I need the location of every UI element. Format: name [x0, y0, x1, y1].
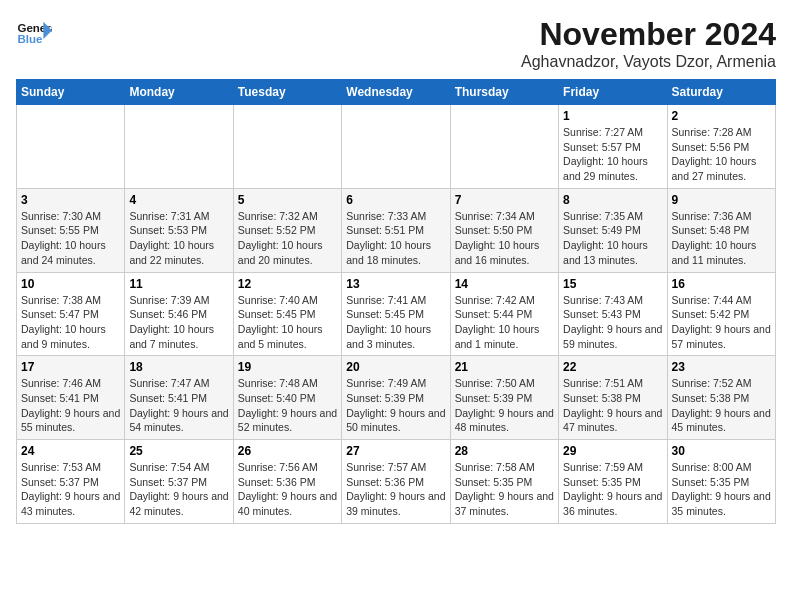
- calendar-day-cell: 21Sunrise: 7:50 AM Sunset: 5:39 PM Dayli…: [450, 356, 558, 440]
- calendar-body: 1Sunrise: 7:27 AM Sunset: 5:57 PM Daylig…: [17, 105, 776, 524]
- day-number: 10: [21, 277, 120, 291]
- calendar-day-cell: [450, 105, 558, 189]
- day-info: Sunrise: 7:27 AM Sunset: 5:57 PM Dayligh…: [563, 125, 662, 184]
- day-info: Sunrise: 7:58 AM Sunset: 5:35 PM Dayligh…: [455, 460, 554, 519]
- day-info: Sunrise: 7:31 AM Sunset: 5:53 PM Dayligh…: [129, 209, 228, 268]
- day-number: 26: [238, 444, 337, 458]
- day-number: 7: [455, 193, 554, 207]
- calendar-day-cell: [342, 105, 450, 189]
- weekday-header-cell: Monday: [125, 80, 233, 105]
- calendar-day-cell: 17Sunrise: 7:46 AM Sunset: 5:41 PM Dayli…: [17, 356, 125, 440]
- calendar-week-row: 1Sunrise: 7:27 AM Sunset: 5:57 PM Daylig…: [17, 105, 776, 189]
- day-number: 13: [346, 277, 445, 291]
- calendar-day-cell: 16Sunrise: 7:44 AM Sunset: 5:42 PM Dayli…: [667, 272, 775, 356]
- calendar-day-cell: 15Sunrise: 7:43 AM Sunset: 5:43 PM Dayli…: [559, 272, 667, 356]
- calendar-day-cell: 24Sunrise: 7:53 AM Sunset: 5:37 PM Dayli…: [17, 440, 125, 524]
- calendar-day-cell: 2Sunrise: 7:28 AM Sunset: 5:56 PM Daylig…: [667, 105, 775, 189]
- calendar-day-cell: 1Sunrise: 7:27 AM Sunset: 5:57 PM Daylig…: [559, 105, 667, 189]
- calendar-week-row: 10Sunrise: 7:38 AM Sunset: 5:47 PM Dayli…: [17, 272, 776, 356]
- day-number: 8: [563, 193, 662, 207]
- calendar-day-cell: 4Sunrise: 7:31 AM Sunset: 5:53 PM Daylig…: [125, 188, 233, 272]
- calendar-day-cell: 6Sunrise: 7:33 AM Sunset: 5:51 PM Daylig…: [342, 188, 450, 272]
- day-number: 23: [672, 360, 771, 374]
- day-info: Sunrise: 7:49 AM Sunset: 5:39 PM Dayligh…: [346, 376, 445, 435]
- calendar-day-cell: 5Sunrise: 7:32 AM Sunset: 5:52 PM Daylig…: [233, 188, 341, 272]
- day-number: 30: [672, 444, 771, 458]
- calendar-day-cell: 25Sunrise: 7:54 AM Sunset: 5:37 PM Dayli…: [125, 440, 233, 524]
- calendar-day-cell: 28Sunrise: 7:58 AM Sunset: 5:35 PM Dayli…: [450, 440, 558, 524]
- calendar-day-cell: [17, 105, 125, 189]
- day-info: Sunrise: 8:00 AM Sunset: 5:35 PM Dayligh…: [672, 460, 771, 519]
- day-number: 18: [129, 360, 228, 374]
- calendar-day-cell: 27Sunrise: 7:57 AM Sunset: 5:36 PM Dayli…: [342, 440, 450, 524]
- calendar-day-cell: 8Sunrise: 7:35 AM Sunset: 5:49 PM Daylig…: [559, 188, 667, 272]
- svg-text:Blue: Blue: [17, 33, 43, 45]
- calendar: SundayMondayTuesdayWednesdayThursdayFrid…: [16, 79, 776, 524]
- calendar-day-cell: 12Sunrise: 7:40 AM Sunset: 5:45 PM Dayli…: [233, 272, 341, 356]
- day-info: Sunrise: 7:34 AM Sunset: 5:50 PM Dayligh…: [455, 209, 554, 268]
- day-info: Sunrise: 7:28 AM Sunset: 5:56 PM Dayligh…: [672, 125, 771, 184]
- weekday-header-row: SundayMondayTuesdayWednesdayThursdayFrid…: [17, 80, 776, 105]
- day-number: 27: [346, 444, 445, 458]
- calendar-day-cell: 18Sunrise: 7:47 AM Sunset: 5:41 PM Dayli…: [125, 356, 233, 440]
- day-info: Sunrise: 7:40 AM Sunset: 5:45 PM Dayligh…: [238, 293, 337, 352]
- calendar-day-cell: 11Sunrise: 7:39 AM Sunset: 5:46 PM Dayli…: [125, 272, 233, 356]
- day-number: 5: [238, 193, 337, 207]
- weekday-header-cell: Thursday: [450, 80, 558, 105]
- day-number: 19: [238, 360, 337, 374]
- day-number: 2: [672, 109, 771, 123]
- calendar-day-cell: 30Sunrise: 8:00 AM Sunset: 5:35 PM Dayli…: [667, 440, 775, 524]
- weekday-header-cell: Saturday: [667, 80, 775, 105]
- day-info: Sunrise: 7:30 AM Sunset: 5:55 PM Dayligh…: [21, 209, 120, 268]
- calendar-day-cell: 23Sunrise: 7:52 AM Sunset: 5:38 PM Dayli…: [667, 356, 775, 440]
- weekday-header-cell: Sunday: [17, 80, 125, 105]
- calendar-day-cell: 7Sunrise: 7:34 AM Sunset: 5:50 PM Daylig…: [450, 188, 558, 272]
- day-info: Sunrise: 7:33 AM Sunset: 5:51 PM Dayligh…: [346, 209, 445, 268]
- calendar-day-cell: 19Sunrise: 7:48 AM Sunset: 5:40 PM Dayli…: [233, 356, 341, 440]
- day-number: 14: [455, 277, 554, 291]
- day-info: Sunrise: 7:41 AM Sunset: 5:45 PM Dayligh…: [346, 293, 445, 352]
- calendar-day-cell: [233, 105, 341, 189]
- day-info: Sunrise: 7:50 AM Sunset: 5:39 PM Dayligh…: [455, 376, 554, 435]
- day-number: 24: [21, 444, 120, 458]
- header: General Blue November 2024 Aghavnadzor, …: [16, 16, 776, 71]
- weekday-header-cell: Tuesday: [233, 80, 341, 105]
- weekday-header-cell: Wednesday: [342, 80, 450, 105]
- calendar-week-row: 17Sunrise: 7:46 AM Sunset: 5:41 PM Dayli…: [17, 356, 776, 440]
- day-info: Sunrise: 7:36 AM Sunset: 5:48 PM Dayligh…: [672, 209, 771, 268]
- day-info: Sunrise: 7:59 AM Sunset: 5:35 PM Dayligh…: [563, 460, 662, 519]
- day-number: 3: [21, 193, 120, 207]
- day-info: Sunrise: 7:42 AM Sunset: 5:44 PM Dayligh…: [455, 293, 554, 352]
- calendar-day-cell: 22Sunrise: 7:51 AM Sunset: 5:38 PM Dayli…: [559, 356, 667, 440]
- calendar-day-cell: 13Sunrise: 7:41 AM Sunset: 5:45 PM Dayli…: [342, 272, 450, 356]
- day-info: Sunrise: 7:46 AM Sunset: 5:41 PM Dayligh…: [21, 376, 120, 435]
- day-info: Sunrise: 7:53 AM Sunset: 5:37 PM Dayligh…: [21, 460, 120, 519]
- day-number: 29: [563, 444, 662, 458]
- day-info: Sunrise: 7:44 AM Sunset: 5:42 PM Dayligh…: [672, 293, 771, 352]
- calendar-week-row: 24Sunrise: 7:53 AM Sunset: 5:37 PM Dayli…: [17, 440, 776, 524]
- day-number: 15: [563, 277, 662, 291]
- day-number: 28: [455, 444, 554, 458]
- day-info: Sunrise: 7:57 AM Sunset: 5:36 PM Dayligh…: [346, 460, 445, 519]
- day-number: 11: [129, 277, 228, 291]
- day-number: 12: [238, 277, 337, 291]
- calendar-day-cell: 3Sunrise: 7:30 AM Sunset: 5:55 PM Daylig…: [17, 188, 125, 272]
- title-area: November 2024 Aghavnadzor, Vayots Dzor, …: [521, 16, 776, 71]
- calendar-day-cell: 10Sunrise: 7:38 AM Sunset: 5:47 PM Dayli…: [17, 272, 125, 356]
- day-number: 20: [346, 360, 445, 374]
- day-number: 21: [455, 360, 554, 374]
- calendar-day-cell: 14Sunrise: 7:42 AM Sunset: 5:44 PM Dayli…: [450, 272, 558, 356]
- day-number: 17: [21, 360, 120, 374]
- calendar-week-row: 3Sunrise: 7:30 AM Sunset: 5:55 PM Daylig…: [17, 188, 776, 272]
- calendar-day-cell: 26Sunrise: 7:56 AM Sunset: 5:36 PM Dayli…: [233, 440, 341, 524]
- day-number: 4: [129, 193, 228, 207]
- day-number: 1: [563, 109, 662, 123]
- day-number: 22: [563, 360, 662, 374]
- day-info: Sunrise: 7:48 AM Sunset: 5:40 PM Dayligh…: [238, 376, 337, 435]
- day-info: Sunrise: 7:56 AM Sunset: 5:36 PM Dayligh…: [238, 460, 337, 519]
- logo-icon: General Blue: [16, 16, 52, 52]
- location-title: Aghavnadzor, Vayots Dzor, Armenia: [521, 53, 776, 71]
- day-info: Sunrise: 7:32 AM Sunset: 5:52 PM Dayligh…: [238, 209, 337, 268]
- day-info: Sunrise: 7:38 AM Sunset: 5:47 PM Dayligh…: [21, 293, 120, 352]
- calendar-day-cell: 29Sunrise: 7:59 AM Sunset: 5:35 PM Dayli…: [559, 440, 667, 524]
